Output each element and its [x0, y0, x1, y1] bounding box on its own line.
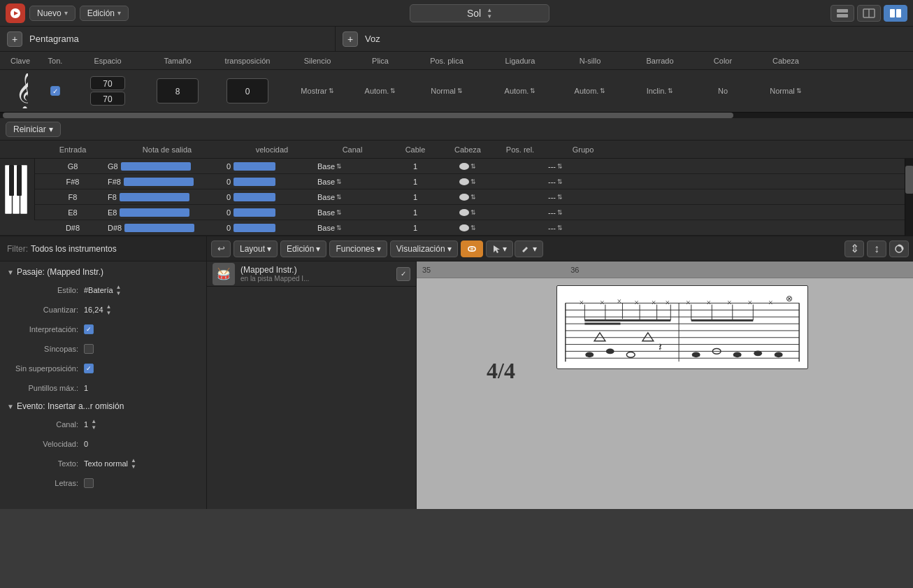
velocidad-row: Velocidad: 0 — [7, 436, 199, 452]
midi-rows-container: G8 G8 0 Base ⇅ 1 ⇅ --- ⇅ F#8 F#8 0 — [0, 159, 913, 236]
sincopas-checkbox[interactable] — [84, 344, 94, 354]
svg-point-48 — [626, 352, 635, 357]
color-icon — [894, 244, 904, 254]
barrado-arrow-icon: ⇅ — [668, 87, 673, 94]
espacio-bottom-input[interactable]: 70 — [90, 92, 125, 106]
voz-area: + Voz — [336, 27, 913, 51]
transposicion-input[interactable]: 0 — [227, 78, 268, 103]
cabeza-cell[interactable]: Normal ⇅ — [751, 87, 821, 95]
cuantizar-label: Cuantizar: — [7, 306, 84, 314]
midi-row[interactable]: F#8 F#8 0 Base ⇅ 1 ⇅ --- ⇅ — [0, 174, 913, 189]
evento-collapse-icon[interactable]: ▼ — [7, 403, 14, 410]
midi-cable-4: 1 — [387, 224, 443, 232]
midi-salida-1: F#8 — [108, 178, 227, 186]
canal-dropdown[interactable]: 1 ▲▼ — [84, 418, 96, 431]
midi-canal-1: Base ⇅ — [317, 178, 387, 186]
texto-row: Texto: Texto normal ▲▼ — [7, 456, 199, 471]
track-header-col: 🥁 (Mapped Instr.) en la pista Mapped I..… — [207, 261, 417, 509]
cuantizar-dropdown[interactable]: 16,24 ▲▼ — [84, 303, 111, 316]
tamano-input[interactable]: 8 — [157, 78, 199, 103]
midi-canal-0: Base ⇅ — [317, 162, 387, 171]
estilo-arrows-icon[interactable]: ▲▼ — [116, 284, 122, 296]
ligadura-cell[interactable]: Autom. ⇅ — [485, 87, 555, 95]
midi-col-pos-rel: Pos. rel. — [492, 145, 548, 154]
estilo-dropdown[interactable]: #Batería ▲▼ — [84, 284, 122, 296]
track-toggle-button[interactable]: ✓ — [396, 267, 410, 281]
zoom-in-button[interactable]: ⇕ — [844, 241, 864, 257]
ton-checkbox[interactable]: ✓ — [50, 86, 60, 96]
filter-bar: Filter: Todos los instrumentos — [0, 236, 206, 261]
texto-value: Texto normal — [84, 459, 128, 468]
view-btn-3[interactable] — [884, 5, 907, 22]
track-header-row: 🥁 (Mapped Instr.) en la pista Mapped I..… — [207, 261, 416, 287]
texto-dropdown[interactable]: Texto normal ▲▼ — [84, 457, 136, 470]
pasaje-collapse-icon[interactable]: ▼ — [7, 268, 14, 276]
pencil-tool-button[interactable]: ▾ — [515, 241, 543, 257]
view-btn-2[interactable] — [857, 5, 881, 22]
col-n-sillo: N-sillo — [555, 57, 625, 65]
vertical-scrollbar[interactable] — [905, 159, 913, 236]
track-name: (Mapped Instr.) — [240, 265, 391, 275]
nuevo-button[interactable]: Nuevo ▾ — [29, 6, 76, 21]
n-sillo-cell[interactable]: Autom. ⇅ — [555, 87, 625, 95]
n-sillo-arrow-icon: ⇅ — [600, 87, 605, 94]
color-tool-button[interactable] — [889, 241, 909, 257]
midi-salida-3: E8 — [108, 208, 227, 217]
edicion-button[interactable]: Edición ▾ — [80, 6, 129, 21]
funciones-label: Funciones — [336, 244, 374, 254]
funciones-button[interactable]: Funciones ▾ — [329, 241, 387, 257]
barrado-cell[interactable]: Inclin. ⇅ — [625, 87, 695, 95]
sin-superposicion-checkbox[interactable]: ✓ — [84, 364, 94, 373]
layout-button[interactable]: Layout ▾ — [233, 241, 278, 257]
interpretacion-checkbox[interactable]: ✓ — [84, 324, 94, 334]
visualizacion-button[interactable]: Visualización ▾ — [390, 241, 458, 257]
midi-entrada-4: D#8 — [38, 224, 108, 232]
svg-rect-4 — [890, 9, 895, 17]
midi-salida-4: D#8 — [108, 224, 227, 232]
midi-row[interactable]: D#8 D#8 0 Base ⇅ 1 ⇅ --- ⇅ — [0, 220, 913, 236]
reiniciar-button[interactable]: Reiniciar ▾ — [6, 122, 61, 137]
midi-row[interactable]: F8 F8 0 Base ⇅ 1 ⇅ --- ⇅ — [0, 189, 913, 205]
scroll-thumb[interactable] — [3, 113, 733, 118]
sol-dropdown[interactable]: Sol ▲▼ — [410, 4, 549, 22]
score-edicion-arrow-icon: ▾ — [316, 244, 320, 254]
add-voz-button[interactable]: + — [343, 31, 358, 47]
letras-checkbox[interactable] — [84, 478, 94, 488]
score-edicion-button[interactable]: Edición ▾ — [280, 241, 326, 257]
pointer-tool-button[interactable]: ▾ — [486, 241, 513, 257]
voz-label: Voz — [365, 34, 380, 44]
pos-plica-cell[interactable]: Normal ⇅ — [408, 87, 485, 95]
back-arrow-button[interactable]: ↩ — [211, 241, 231, 257]
view-btn-1[interactable] — [831, 5, 854, 22]
horizontal-scrollbar[interactable] — [0, 112, 913, 117]
cuantizar-arrows-icon[interactable]: ▲▼ — [106, 303, 112, 316]
midi-row[interactable]: G8 G8 0 Base ⇅ 1 ⇅ --- ⇅ — [0, 159, 913, 174]
sin-superposicion-row: Sin superposición: ✓ — [7, 361, 199, 376]
notation-svg: × × × × × × × × × × × ⊗ — [557, 286, 807, 368]
midi-row[interactable]: E8 E8 0 Base ⇅ 1 ⇅ --- ⇅ — [0, 205, 913, 220]
col-barrado: Barrado — [625, 57, 695, 65]
score-canvas[interactable]: 35 36 4/4 — [417, 261, 913, 509]
texto-arrows-icon[interactable]: ▲▼ — [131, 457, 136, 470]
clef-cell: 𝄞 — [3, 73, 38, 108]
canal-arrows-icon[interactable]: ▲▼ — [91, 418, 96, 431]
silencio-cell[interactable]: Mostrar ⇅ — [282, 87, 352, 95]
espacio-top-input[interactable]: 70 — [90, 76, 125, 90]
midi-vel-4: 0 — [227, 224, 317, 232]
scroll-right-thumb[interactable] — [905, 166, 913, 194]
midi-vel-0: 0 — [227, 162, 317, 171]
plica-arrow-icon: ⇅ — [390, 87, 396, 94]
add-pentagrama-button[interactable]: + — [7, 31, 22, 47]
piano-icon — [0, 159, 35, 220]
interpretacion-row: Interpretación: ✓ — [7, 322, 199, 337]
plica-cell[interactable]: Autom. ⇅ — [352, 87, 408, 95]
col-pos-plica: Pos. plica — [408, 57, 485, 65]
pentagrama-label: Pentagrama — [29, 34, 79, 44]
midi-cable-0: 1 — [387, 162, 443, 171]
link-button[interactable] — [461, 241, 483, 257]
zoom-out-button[interactable]: ↕ — [867, 241, 886, 257]
svg-point-47 — [606, 348, 614, 354]
col-clave: Clave — [3, 57, 38, 65]
pointer-icon — [492, 244, 501, 254]
svg-point-53 — [733, 352, 742, 357]
